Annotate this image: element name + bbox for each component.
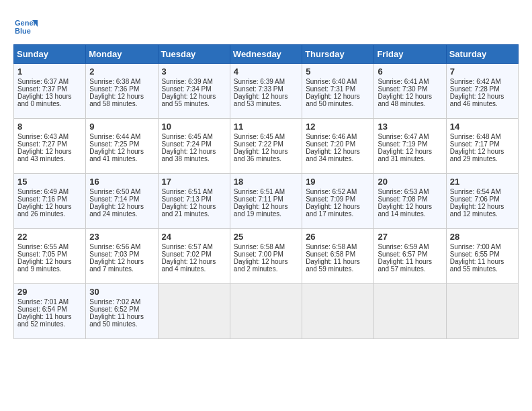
- day-number: 6: [378, 66, 442, 77]
- day-number: 3: [162, 66, 226, 77]
- sunrise: Sunrise: 6:41 AM: [378, 78, 429, 85]
- calendar-cell: [230, 284, 302, 339]
- daylight-label: Daylight: 11 hours and 59 minutes.: [306, 258, 360, 273]
- calendar-cell: 7Sunrise: 6:42 AMSunset: 7:28 PMDaylight…: [446, 64, 518, 119]
- day-number: 23: [89, 232, 154, 242]
- sunset: Sunset: 7:37 PM: [17, 85, 67, 93]
- svg-text:General: General: [15, 19, 38, 27]
- sunset: Sunset: 7:06 PM: [450, 195, 500, 203]
- sunrise: Sunrise: 6:45 AM: [162, 133, 213, 140]
- sunrise: Sunrise: 6:49 AM: [17, 188, 69, 195]
- sunrise: Sunrise: 6:59 AM: [378, 243, 429, 250]
- sunrise: Sunrise: 6:56 AM: [89, 243, 140, 250]
- sunset: Sunset: 6:54 PM: [17, 306, 67, 313]
- sunrise: Sunrise: 6:55 AM: [17, 243, 69, 250]
- sunrise: Sunrise: 6:46 AM: [306, 133, 357, 140]
- calendar-cell: 16Sunrise: 6:50 AMSunset: 7:14 PMDayligh…: [86, 174, 158, 229]
- day-number: 16: [89, 177, 154, 187]
- calendar-cell: 9Sunrise: 6:44 AMSunset: 7:25 PMDaylight…: [86, 119, 158, 174]
- sunrise: Sunrise: 6:42 AM: [450, 78, 501, 85]
- calendar-cell: 23Sunrise: 6:56 AMSunset: 7:03 PMDayligh…: [86, 229, 158, 284]
- calendar-cell: 2Sunrise: 6:38 AMSunset: 7:36 PMDaylight…: [86, 64, 158, 119]
- sunrise: Sunrise: 6:51 AM: [162, 188, 213, 195]
- day-number: 5: [306, 66, 370, 77]
- day-number: 24: [162, 232, 226, 242]
- calendar-cell: 26Sunrise: 6:58 AMSunset: 6:58 PMDayligh…: [302, 229, 374, 284]
- sunrise: Sunrise: 6:58 AM: [234, 243, 285, 250]
- day-number: 21: [450, 177, 515, 187]
- col-header-wednesday: Wednesday: [230, 45, 302, 64]
- daylight-label: Daylight: 12 hours and 31 minutes.: [378, 148, 432, 163]
- sunset: Sunset: 6:57 PM: [378, 250, 427, 258]
- day-number: 14: [450, 122, 515, 132]
- day-number: 28: [450, 232, 515, 242]
- sunset: Sunset: 7:34 PM: [162, 85, 212, 93]
- day-number: 4: [234, 66, 298, 77]
- daylight-label: Daylight: 11 hours and 55 minutes.: [450, 258, 504, 273]
- day-number: 8: [17, 122, 82, 132]
- sunset: Sunset: 7:33 PM: [234, 85, 283, 93]
- calendar-cell: 15Sunrise: 6:49 AMSunset: 7:16 PMDayligh…: [14, 174, 86, 229]
- calendar-header-row: SundayMondayTuesdayWednesdayThursdayFrid…: [14, 45, 519, 64]
- calendar-cell: 28Sunrise: 7:00 AMSunset: 6:55 PMDayligh…: [446, 229, 518, 284]
- daylight-label: Daylight: 11 hours and 50 minutes.: [89, 313, 144, 328]
- calendar-cell: 8Sunrise: 6:43 AMSunset: 7:27 PMDaylight…: [14, 119, 86, 174]
- calendar-week-5: 29Sunrise: 7:01 AMSunset: 6:54 PMDayligh…: [14, 284, 519, 339]
- day-number: 10: [162, 122, 226, 132]
- svg-text:Blue: Blue: [15, 27, 31, 35]
- daylight-label: Daylight: 12 hours and 58 minutes.: [89, 93, 144, 107]
- sunset: Sunset: 6:55 PM: [450, 250, 500, 258]
- daylight-label: Daylight: 12 hours and 4 minutes.: [162, 258, 216, 273]
- day-number: 15: [17, 177, 82, 187]
- calendar-cell: 22Sunrise: 6:55 AMSunset: 7:05 PMDayligh…: [14, 229, 86, 284]
- day-number: 1: [17, 66, 82, 77]
- day-number: 26: [306, 232, 370, 242]
- calendar-cell: [158, 284, 230, 339]
- calendar-cell: 4Sunrise: 6:39 AMSunset: 7:33 PMDaylight…: [230, 64, 302, 119]
- daylight-label: Daylight: 12 hours and 55 minutes.: [162, 93, 216, 107]
- sunrise: Sunrise: 6:38 AM: [89, 78, 140, 85]
- sunset: Sunset: 7:28 PM: [450, 85, 500, 93]
- daylight-label: Daylight: 12 hours and 21 minutes.: [162, 203, 216, 218]
- daylight-label: Daylight: 12 hours and 41 minutes.: [89, 148, 144, 163]
- sunrise: Sunrise: 6:45 AM: [234, 133, 285, 140]
- col-header-monday: Monday: [86, 45, 158, 64]
- sunset: Sunset: 7:16 PM: [17, 195, 67, 203]
- col-header-saturday: Saturday: [446, 45, 518, 64]
- daylight-label: Daylight: 12 hours and 34 minutes.: [306, 148, 360, 163]
- sunset: Sunset: 7:19 PM: [378, 140, 427, 148]
- daylight-label: Daylight: 12 hours and 36 minutes.: [234, 148, 288, 163]
- calendar-cell: 25Sunrise: 6:58 AMSunset: 7:00 PMDayligh…: [230, 229, 302, 284]
- daylight-label: Daylight: 12 hours and 48 minutes.: [378, 93, 432, 107]
- sunset: Sunset: 7:08 PM: [378, 195, 427, 203]
- sunrise: Sunrise: 6:54 AM: [450, 188, 501, 195]
- day-number: 12: [306, 122, 370, 132]
- sunset: Sunset: 7:24 PM: [162, 140, 212, 148]
- daylight-label: Daylight: 12 hours and 38 minutes.: [162, 148, 216, 163]
- sunset: Sunset: 7:36 PM: [89, 85, 139, 93]
- sunrise: Sunrise: 7:01 AM: [17, 298, 69, 306]
- calendar-body: 1Sunrise: 6:37 AMSunset: 7:37 PMDaylight…: [14, 64, 519, 339]
- calendar-cell: 17Sunrise: 6:51 AMSunset: 7:13 PMDayligh…: [158, 174, 230, 229]
- daylight-label: Daylight: 12 hours and 2 minutes.: [234, 258, 288, 273]
- calendar-cell: 24Sunrise: 6:57 AMSunset: 7:02 PMDayligh…: [158, 229, 230, 284]
- calendar-week-2: 8Sunrise: 6:43 AMSunset: 7:27 PMDaylight…: [14, 119, 519, 174]
- daylight-label: Daylight: 13 hours and 0 minutes.: [17, 93, 72, 107]
- calendar-cell: 14Sunrise: 6:48 AMSunset: 7:17 PMDayligh…: [446, 119, 518, 174]
- sunrise: Sunrise: 6:47 AM: [378, 133, 429, 140]
- sunset: Sunset: 7:30 PM: [378, 85, 427, 93]
- daylight-label: Daylight: 12 hours and 46 minutes.: [450, 93, 504, 107]
- daylight-label: Daylight: 12 hours and 17 minutes.: [306, 203, 360, 218]
- day-number: 22: [17, 232, 82, 242]
- calendar-cell: 21Sunrise: 6:54 AMSunset: 7:06 PMDayligh…: [446, 174, 518, 229]
- day-number: 27: [378, 232, 442, 242]
- sunrise: Sunrise: 7:00 AM: [450, 243, 501, 250]
- sunset: Sunset: 7:03 PM: [89, 250, 139, 258]
- sunrise: Sunrise: 6:44 AM: [89, 133, 140, 140]
- sunset: Sunset: 7:00 PM: [234, 250, 283, 258]
- sunset: Sunset: 7:09 PM: [306, 195, 355, 203]
- calendar-cell: 6Sunrise: 6:41 AMSunset: 7:30 PMDaylight…: [374, 64, 446, 119]
- day-number: 7: [450, 66, 515, 77]
- day-number: 29: [17, 287, 82, 297]
- logo: General Blue: [13, 13, 42, 38]
